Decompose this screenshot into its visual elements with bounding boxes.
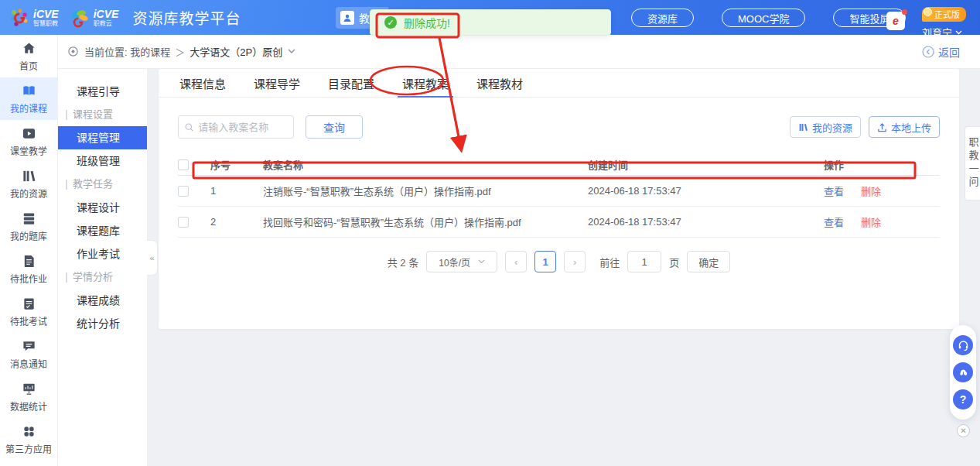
- apps-grid-icon: [22, 424, 36, 439]
- sidebar-item-my-courses[interactable]: 我的课程: [0, 77, 57, 120]
- medal-icon: [924, 8, 932, 16]
- toolbar-actions: 我的资源 本地上传: [790, 116, 940, 138]
- sidebar-item-pending-exams[interactable]: 待批考试: [0, 290, 57, 333]
- message-bubble-icon: [22, 339, 36, 354]
- submenu-item-course-intro[interactable]: 课程引导: [58, 80, 147, 103]
- sidebar-item-my-resources[interactable]: 我的资源: [0, 163, 57, 205]
- row-checkbox[interactable]: [178, 217, 189, 228]
- confirm-button[interactable]: 确定: [687, 251, 730, 272]
- help-button[interactable]: ?: [953, 389, 973, 409]
- course-submenu: 课程引导 课程设置 课程管理 班级管理 教学任务 课程设计 课程题库 作业考试 …: [58, 69, 147, 466]
- breadcrumb-separator: ＞: [175, 44, 185, 59]
- headset-icon: [958, 340, 969, 351]
- col-name: 教案名称: [263, 157, 588, 172]
- homework-doc-icon: [22, 254, 36, 269]
- home-icon: [22, 41, 36, 56]
- video-play-icon: [22, 126, 36, 141]
- resource-lib-button[interactable]: 资源库: [631, 9, 694, 27]
- page-unit-label: 页: [669, 255, 679, 269]
- open-book-icon: [22, 84, 36, 98]
- delete-link[interactable]: 删除: [861, 214, 881, 229]
- sidebar-item-home[interactable]: 首页: [0, 35, 57, 77]
- row-checkbox[interactable]: [178, 186, 189, 197]
- download-button[interactable]: [953, 362, 973, 382]
- created-time: 2024-06-18 17:53:47: [588, 185, 824, 197]
- chevron-down-icon: [955, 30, 962, 35]
- tab-course-textbook[interactable]: 课程教材: [475, 69, 524, 97]
- search-input[interactable]: [198, 122, 287, 133]
- table-row: 1 注销账号-“智慧职教”生态系统（用户）操作指南.pdf 2024-06-18…: [178, 176, 940, 207]
- created-time: 2024-06-18 17:53:47: [588, 216, 824, 228]
- submenu-item-course-question-bank[interactable]: 课程题库: [58, 219, 147, 242]
- search-icon: [185, 122, 193, 132]
- pagination: 共 2 条 10条/页 ‹ 1 › 前往 页 确定: [159, 251, 959, 272]
- tab-course-info[interactable]: 课程信息: [178, 69, 227, 97]
- view-link[interactable]: 查看: [824, 183, 844, 198]
- submenu-group-course-settings: 课程设置: [58, 103, 147, 126]
- table-row: 2 找回账号和密码-“智慧职教”生态系统（用户）操作指南.pdf 2024-06…: [178, 207, 940, 238]
- local-upload-button[interactable]: 本地上传: [869, 116, 940, 138]
- breadcrumb-bar: 当前位置: 我的课程 ＞ 大学语文（2P）原创 返回: [58, 35, 980, 69]
- floating-toolbar: ?: [950, 325, 976, 420]
- customer-service-button[interactable]: [953, 335, 973, 355]
- sidebar-item-pending-homework[interactable]: 待批作业: [0, 248, 57, 290]
- icve-zhijiaoyun-logo-text: iCVE 职教云: [94, 9, 119, 27]
- zhijiao-yiwen-tab[interactable]: 职教一问: [965, 126, 980, 200]
- sidebar-item-classroom-teaching[interactable]: 课堂教学: [0, 120, 57, 163]
- select-all-checkbox[interactable]: [178, 159, 189, 170]
- table-header-row: 序号 教案名称 创建时间 操作: [178, 154, 940, 176]
- search-box[interactable]: [178, 115, 294, 139]
- delete-link[interactable]: 删除: [861, 183, 881, 198]
- col-created: 创建时间: [588, 157, 824, 172]
- next-page-button[interactable]: ›: [564, 251, 586, 272]
- breadcrumb-root[interactable]: 我的课程: [130, 44, 170, 59]
- library-icon: [22, 169, 36, 183]
- sidebar-item-messages[interactable]: 消息通知: [0, 333, 57, 375]
- notification-dot: [902, 9, 907, 15]
- cloud-download-icon: [958, 367, 969, 379]
- goto-page-input[interactable]: [627, 251, 661, 272]
- tab-catalog-config[interactable]: 目录配置: [326, 69, 376, 97]
- submenu-item-course-design[interactable]: 课程设计: [58, 196, 147, 219]
- breadcrumb-prefix: 当前位置:: [84, 44, 128, 59]
- submenu-item-course-management[interactable]: 课程管理: [58, 126, 147, 149]
- submenu-item-statistical-analysis[interactable]: 统计分析: [58, 312, 147, 335]
- sidebar-item-data-statistics[interactable]: 数据统计: [0, 375, 57, 418]
- course-switch-chevron-icon[interactable]: [288, 49, 295, 54]
- icve-zhihuizhijiao-logo-text: iCVE 智慧职教: [33, 9, 59, 27]
- breadcrumb-current[interactable]: 大学语文（2P）原创: [190, 44, 282, 59]
- submenu-item-class-management[interactable]: 班级管理: [58, 149, 147, 173]
- query-button[interactable]: 查询: [306, 115, 363, 139]
- floating-close-icon[interactable]: ✕: [957, 424, 970, 437]
- tab-lesson-plans[interactable]: 课程教案: [401, 69, 450, 97]
- user-menu[interactable]: 刘育宁: [922, 25, 962, 39]
- sidebar-item-third-party-apps[interactable]: 第三方应用: [0, 418, 57, 461]
- page-size-select[interactable]: 10条/页: [426, 251, 497, 272]
- chevron-down-icon: [478, 259, 485, 264]
- submenu-item-homework-exam[interactable]: 作业考试: [58, 242, 147, 266]
- row-index: 1: [210, 185, 263, 197]
- back-button[interactable]: 返回: [922, 44, 960, 60]
- col-index: 序号: [210, 157, 263, 172]
- lesson-plan-toolbar: 查询 我的资源 本地上传: [178, 115, 940, 139]
- location-icon: [67, 46, 79, 57]
- lesson-plan-name: 注销账号-“智慧职教”生态系统（用户）操作指南.pdf: [263, 183, 588, 198]
- stats-board-icon: [22, 382, 36, 396]
- current-page-button[interactable]: 1: [534, 251, 556, 272]
- course-tabs: 课程信息 课程导学 目录配置 课程教案 课程教材: [159, 69, 959, 98]
- prev-page-button[interactable]: ‹: [505, 251, 527, 272]
- my-resources-icon: [798, 122, 808, 132]
- mooc-button[interactable]: MOOC学院: [722, 9, 805, 27]
- sidebar-item-my-question-bank[interactable]: 我的题库: [0, 205, 57, 248]
- submenu-collapse-handle[interactable]: «: [147, 240, 158, 276]
- content-card: 课程信息 课程导学 目录配置 课程教案 课程教材 查询 我的资源 本地上传: [159, 69, 959, 329]
- view-link[interactable]: 查看: [824, 214, 844, 229]
- submenu-item-course-grades[interactable]: 课程成绩: [58, 289, 147, 312]
- my-resources-button[interactable]: 我的资源: [790, 116, 861, 138]
- brand-area: iCVE 智慧职教 iCVE 职教云 资源库教学平台: [9, 7, 241, 28]
- tab-course-guide[interactable]: 课程导学: [252, 69, 302, 97]
- app-shortcut-icon[interactable]: e: [886, 12, 905, 30]
- col-actions: 操作: [824, 157, 940, 172]
- lesson-plan-table: 序号 教案名称 创建时间 操作 1 注销账号-“智慧职教”生态系统（用户）操作指…: [178, 154, 940, 238]
- lesson-plan-name: 找回账号和密码-“智慧职教”生态系统（用户）操作指南.pdf: [263, 214, 588, 229]
